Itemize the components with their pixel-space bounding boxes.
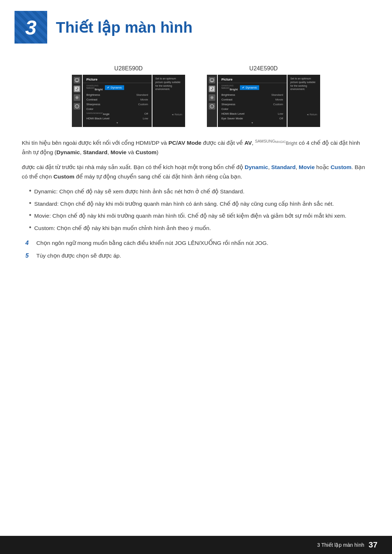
intro-text-1: Khi tín hiệu bên ngoài được kết nối với … xyxy=(22,140,168,146)
monitors-section: U28E590D i xyxy=(22,65,370,127)
picture-icon xyxy=(74,86,80,92)
right-magic-bright-row: SAMSUNG MAGICBright ✔Dynamic xyxy=(218,84,287,92)
left-osd-menu: Picture SAMSUNG MAGICBright ✔Dynamic Br xyxy=(83,75,152,127)
custom-text: Custom xyxy=(135,149,156,155)
left-row-sharpness: SharpnessCustom xyxy=(83,102,152,107)
para2-custom2: Custom xyxy=(53,173,74,180)
av-text: AV xyxy=(244,140,252,146)
comma1: , xyxy=(80,149,83,155)
body-paragraph-2: được cài đặt từ trước tại nhà máy sản xu… xyxy=(22,163,370,181)
right-monitor-icon xyxy=(209,77,215,83)
para2-custom: Custom xyxy=(331,164,352,170)
svg-point-6 xyxy=(76,97,78,98)
left-magic-bright-row: SAMSUNG MAGICBright ✔Dynamic xyxy=(83,84,152,92)
bullet-standard-text: Standard: Chọn chế độ này khi môi trường… xyxy=(34,199,334,209)
and-text: và xyxy=(127,149,136,155)
step-4: 4 Chọn ngôn ngữ mong muốn bằng cách điều… xyxy=(25,238,370,248)
left-monitor-screenshot: i Picture SAMSUNG MAGICBright ✔Dynam xyxy=(72,75,185,127)
chapter-number: 3 xyxy=(25,16,36,39)
para2-end2: để máy tự động chuyển sang chế cài đặt h… xyxy=(74,173,242,180)
right-osd-wrapper: i Picture SAMSUNG MAGICBright ✔Dynam xyxy=(207,75,320,127)
para2-comma2: , xyxy=(295,164,299,170)
svg-text:i: i xyxy=(212,105,212,108)
magic-bright-label-left: MAGICBright xyxy=(86,87,103,91)
right-row-color: Color xyxy=(218,107,287,111)
dynamic-text: Dynamic xyxy=(57,149,80,155)
para2-dynamic: Dynamic xyxy=(245,164,268,170)
bullet-dynamic: • Dynamic: Chọn chế độ này sẽ xem được h… xyxy=(29,187,370,196)
chapter-number-box: 3 xyxy=(15,11,47,44)
right-menu-title: Picture xyxy=(218,77,287,83)
right-row-eye-saver: Eye Saver ModeOff xyxy=(218,116,287,121)
right-row-contrast: ContrastMovie xyxy=(218,97,287,102)
right-osd-sidebar: i xyxy=(207,75,217,127)
comma2: , xyxy=(107,149,111,155)
step-5: 5 Tùy chọn được chọn sẽ được áp. xyxy=(25,251,370,260)
left-menu-title: Picture xyxy=(83,77,152,83)
para2-start: được cài đặt từ trước tại nhà máy sản xu… xyxy=(22,164,245,170)
pc-av-mode-text: PC/AV Mode xyxy=(168,140,201,146)
para2-movie: Movie xyxy=(299,164,315,170)
left-info-panel: Set to an optimum picture quality suitab… xyxy=(152,75,185,127)
intro-text-2: được cài đặt về xyxy=(201,140,244,146)
right-monitor-label: U24E590D xyxy=(249,65,278,72)
step-5-number: 5 xyxy=(25,251,33,260)
footer-chapter-text: 3 Thiết lập màn hình xyxy=(317,542,364,548)
bullet-custom: • Custom: Chọn chế độ này khi bạn muốn c… xyxy=(29,223,370,233)
settings-icon xyxy=(74,94,80,101)
body-paragraph-1: Khi tín hiệu bên ngoài được kết nối với … xyxy=(22,138,370,157)
para2-standard: Standard xyxy=(271,164,295,170)
right-info-panel: Set to an optimum picture quality suitab… xyxy=(287,75,320,127)
right-info-text: Set to an optimum picture quality suitab… xyxy=(290,77,315,90)
left-monitor-label: U28E590D xyxy=(114,65,143,72)
magic-bright-super: SAMSUNG xyxy=(255,139,275,143)
bullet-movie-text: Movie: Chọn chế độ này khi môi trường qu… xyxy=(34,211,346,221)
para2-mid3: hoặc xyxy=(315,164,331,170)
monitor-icon xyxy=(74,77,80,83)
left-monitor-container: U28E590D i xyxy=(72,65,185,127)
intro-text-4: ) xyxy=(156,149,158,155)
left-row-brightness: BrightnessStandard xyxy=(83,93,152,97)
left-osd-wrapper: i Picture SAMSUNG MAGICBright ✔Dynam xyxy=(72,75,185,127)
chapter-title: Thiết lập màn hình xyxy=(56,19,192,36)
step-5-text: Tùy chọn được chọn sẽ được áp. xyxy=(36,251,121,260)
footer-text: 3 Thiết lập màn hình 37 xyxy=(317,540,377,550)
right-settings-icon xyxy=(209,94,215,101)
right-magic-bright-label: MAGICBright xyxy=(221,87,238,91)
left-return-text: ◄ Return xyxy=(155,113,182,116)
left-row-hdmi-black: HDMI Black LevelLow xyxy=(83,116,152,121)
standard-text: Standard xyxy=(83,149,107,155)
bullet-standard: • Standard: Chọn chế độ này khi môi trườ… xyxy=(29,199,370,209)
left-scroll-arrow: ▼ xyxy=(83,121,152,125)
right-monitor-container: U24E590D i xyxy=(207,65,320,127)
content-area: U28E590D i xyxy=(0,51,392,285)
step-4-text: Chọn ngôn ngữ mong muốn bằng cách điều k… xyxy=(36,238,268,248)
right-monitor-screenshot: i Picture SAMSUNG MAGICBright ✔Dynam xyxy=(207,75,320,127)
numbered-steps: 4 Chọn ngôn ngữ mong muốn bằng cách điều… xyxy=(25,238,370,260)
page-footer: 3 Thiết lập màn hình 37 xyxy=(0,536,392,554)
page-header: 3 Thiết lập màn hình xyxy=(0,0,392,51)
svg-rect-9 xyxy=(210,79,214,81)
step-4-number: 4 xyxy=(25,238,33,248)
right-row-sharpness: SharpnessCustom xyxy=(218,102,287,107)
left-osd-sidebar: i xyxy=(72,75,82,127)
left-dynamic-selected: ✔Dynamic xyxy=(105,85,124,90)
bullet-list: • Dynamic: Chọn chế độ này sẽ xem được h… xyxy=(29,187,370,233)
footer-page-number: 37 xyxy=(369,540,377,550)
right-info-icon: i xyxy=(209,103,215,110)
left-row-contrast: ContrastMovie xyxy=(83,97,152,102)
right-dynamic-selected: ✔Dynamic xyxy=(240,85,259,90)
right-return-text: ◄ Return xyxy=(290,113,317,116)
bullet-movie: • Movie: Chọn chế độ này khi môi trường … xyxy=(29,211,370,221)
left-row-color: Color xyxy=(83,107,152,111)
svg-text:i: i xyxy=(77,105,77,108)
right-scroll-arrow: ▼ xyxy=(218,121,287,125)
bullet-dynamic-text: Dynamic: Chọn chế độ này sẽ xem được hìn… xyxy=(34,187,244,196)
svg-rect-0 xyxy=(75,79,79,81)
bullet-custom-text: Custom: Chọn chế độ này khi bạn muốn chỉ… xyxy=(34,223,211,233)
magic-bright-inline: MAGICBright xyxy=(275,141,297,146)
right-osd-menu: Picture SAMSUNG MAGICBright ✔Dynamic Br xyxy=(218,75,287,127)
svg-point-15 xyxy=(211,97,213,98)
movie-text: Movie xyxy=(111,149,127,155)
left-info-text: Set to an optimum picture quality suitab… xyxy=(155,77,180,90)
